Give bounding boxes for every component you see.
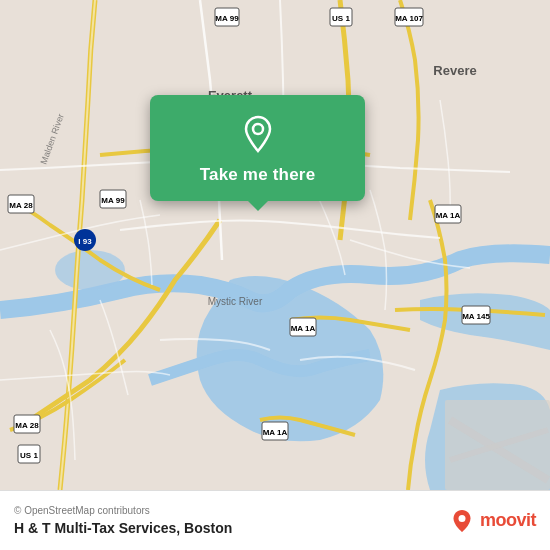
svg-point-32 bbox=[458, 515, 465, 522]
svg-text:MA 145: MA 145 bbox=[462, 312, 490, 321]
moovit-brand-text: moovit bbox=[480, 510, 536, 531]
map-container: US 1 MA 99 MA 107 MA 28 MA 99 I 93 US 1 … bbox=[0, 0, 550, 490]
svg-text:MA 99: MA 99 bbox=[101, 196, 125, 205]
moovit-logo[interactable]: moovit bbox=[448, 507, 536, 535]
popup-card[interactable]: Take me there bbox=[150, 95, 365, 201]
svg-text:US 1: US 1 bbox=[332, 14, 350, 23]
svg-text:MA 1A: MA 1A bbox=[263, 428, 288, 437]
footer-bar: © OpenStreetMap contributors H & T Multi… bbox=[0, 490, 550, 550]
footer-left: © OpenStreetMap contributors H & T Multi… bbox=[14, 505, 232, 536]
svg-text:MA 1A: MA 1A bbox=[291, 324, 316, 333]
svg-text:MA 28: MA 28 bbox=[15, 421, 39, 430]
location-title: H & T Multi-Tax Services, Boston bbox=[14, 520, 232, 536]
svg-text:MA 28: MA 28 bbox=[9, 201, 33, 210]
svg-text:MA 107: MA 107 bbox=[395, 14, 423, 23]
svg-text:US 1: US 1 bbox=[20, 451, 38, 460]
svg-text:MA 99: MA 99 bbox=[215, 14, 239, 23]
svg-text:Mystic River: Mystic River bbox=[208, 296, 263, 307]
svg-text:Revere: Revere bbox=[433, 63, 476, 78]
map-svg: US 1 MA 99 MA 107 MA 28 MA 99 I 93 US 1 … bbox=[0, 0, 550, 490]
copyright-text: © OpenStreetMap contributors bbox=[14, 505, 232, 516]
moovit-brand-icon bbox=[448, 507, 476, 535]
svg-text:MA 1A: MA 1A bbox=[436, 211, 461, 220]
take-me-there-button[interactable]: Take me there bbox=[200, 165, 316, 185]
svg-text:I 93: I 93 bbox=[78, 237, 92, 246]
location-pin-icon bbox=[237, 113, 279, 155]
svg-point-31 bbox=[253, 124, 263, 134]
